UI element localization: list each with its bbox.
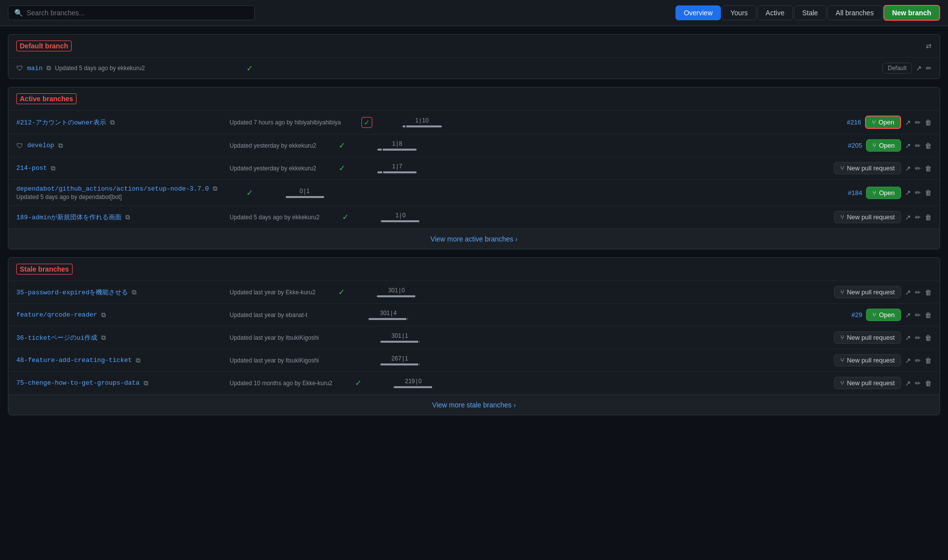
tab-active[interactable]: Active xyxy=(757,5,793,20)
branch-name-212[interactable]: #212-アカウントのowner表示 xyxy=(16,118,106,127)
branch-name-214post[interactable]: 214-post xyxy=(16,164,47,172)
delete-icon-212[interactable]: 🗑 xyxy=(925,119,932,126)
copy-icon-develop[interactable]: ⧉ xyxy=(58,142,63,150)
open-pr-button-develop[interactable]: ⑂ Open xyxy=(866,139,901,152)
branch-name-qrcode[interactable]: feature/qrcode-reader xyxy=(16,311,97,319)
graph-icon-dependabot[interactable]: ↗ xyxy=(905,189,911,197)
copy-icon-189admin[interactable]: ⧉ xyxy=(125,213,130,221)
branch-name-189admin[interactable]: 189-adminが新規団体を作れる画面 xyxy=(16,213,121,222)
branch-meta-dependabot: Updated 5 days ago by dependabot[bot] xyxy=(16,194,122,200)
graph-icon-qrcode[interactable]: ↗ xyxy=(905,311,911,319)
edit-icon-214post[interactable]: ✏ xyxy=(915,164,921,172)
new-branch-button[interactable]: New branch xyxy=(883,5,940,21)
new-pr-button-35pw[interactable]: ⑂ New pull request xyxy=(834,286,901,298)
branch-name-36ticket[interactable]: 36-ticketページのui作成 xyxy=(16,333,97,342)
delete-icon-189admin[interactable]: 🗑 xyxy=(925,213,932,221)
branch-info: 36-ticketページのui作成 ⧉ xyxy=(16,333,224,342)
edit-icon-212[interactable]: ✏ xyxy=(915,119,921,126)
search-input[interactable] xyxy=(27,9,248,17)
default-badge: Default xyxy=(882,63,912,74)
graph-icon-214post[interactable]: ↗ xyxy=(905,164,911,172)
check-icon-dependabot: ✓ xyxy=(246,188,253,198)
open-pr-button-dependabot[interactable]: ⑂ Open xyxy=(866,187,901,199)
tab-stale[interactable]: Stale xyxy=(794,5,827,20)
pr-number-212[interactable]: #216 xyxy=(847,119,861,126)
branch-name-main[interactable]: main xyxy=(27,65,42,72)
graph-icon-48feature[interactable]: ↗ xyxy=(905,357,911,364)
graph-icon-75chenge[interactable]: ↗ xyxy=(905,379,911,387)
copy-icon-main[interactable]: ⧉ xyxy=(46,64,51,72)
table-row: 214-post ⧉ Updated yesterday by ekkekuru… xyxy=(8,157,940,180)
delete-icon-214post[interactable]: 🗑 xyxy=(925,164,932,172)
delete-icon-develop[interactable]: 🗑 xyxy=(925,142,932,150)
pr-merge-icon: ⑂ xyxy=(872,119,876,126)
edit-icon-develop[interactable]: ✏ xyxy=(915,142,921,150)
new-pr-button-214post[interactable]: ⑂ New pull request xyxy=(834,162,901,174)
graph-icon-212[interactable]: ↗ xyxy=(905,119,911,126)
pr-number-develop[interactable]: #205 xyxy=(848,142,862,149)
branch-info: dependabot/github_actions/actions/setup-… xyxy=(16,185,224,200)
graph-icon-develop[interactable]: ↗ xyxy=(905,142,911,150)
edit-icon-main[interactable]: ✏ xyxy=(926,64,932,72)
copy-icon-48feature[interactable]: ⧉ xyxy=(136,357,140,364)
branch-name-35pw[interactable]: 35-password-expiredを機能させる xyxy=(16,288,128,297)
actions-col-36ticket: ⑂ New pull request ↗ ✏ 🗑 xyxy=(834,331,932,344)
delete-icon-75chenge[interactable]: 🗑 xyxy=(925,379,932,387)
edit-icon-qrcode[interactable]: ✏ xyxy=(915,311,921,319)
edit-icon-dependabot[interactable]: ✏ xyxy=(915,189,921,197)
graph-icon-main[interactable]: ↗ xyxy=(916,64,922,72)
actions-col-214post: ⑂ New pull request ↗ ✏ 🗑 xyxy=(834,162,932,174)
edit-icon-75chenge[interactable]: ✏ xyxy=(915,379,921,387)
view-more-stale[interactable]: View more stale branches › xyxy=(8,395,940,415)
new-pr-button-48feature[interactable]: ⑂ New pull request xyxy=(834,354,901,366)
pr-merge-icon: ⑂ xyxy=(840,288,844,296)
edit-icon-189admin[interactable]: ✏ xyxy=(915,213,921,221)
copy-icon-36ticket[interactable]: ⧉ xyxy=(101,334,106,342)
delete-icon-36ticket[interactable]: 🗑 xyxy=(925,334,932,342)
copy-icon-dependabot[interactable]: ⧉ xyxy=(213,185,217,193)
view-more-active[interactable]: View more active branches › xyxy=(8,229,940,249)
pr-merge-icon: ⑂ xyxy=(840,213,844,221)
pr-number-qrcode[interactable]: #29 xyxy=(851,311,862,319)
status-col-dependabot: ✓ xyxy=(230,188,269,198)
delete-icon-qrcode[interactable]: 🗑 xyxy=(925,311,932,319)
tab-overview[interactable]: Overview xyxy=(675,5,721,20)
branch-info: 75-chenge-how-to-get-groups-data ⧉ xyxy=(16,379,224,387)
tab-all-branches[interactable]: All branches xyxy=(828,5,882,20)
active-section-header: Active branches xyxy=(8,87,940,111)
copy-icon-212[interactable]: ⧉ xyxy=(110,119,115,126)
new-pr-button-75chenge[interactable]: ⑂ New pull request xyxy=(834,377,901,389)
tab-yours[interactable]: Yours xyxy=(722,5,756,20)
edit-icon-35pw[interactable]: ✏ xyxy=(915,288,921,296)
copy-icon-214post[interactable]: ⧉ xyxy=(51,164,55,172)
check-icon-develop: ✓ xyxy=(339,141,345,150)
tab-buttons: Overview Yours Active Stale All branches… xyxy=(675,5,940,21)
graph-icon-35pw[interactable]: ↗ xyxy=(905,288,911,296)
open-pr-button-212[interactable]: ⑂ Open xyxy=(865,116,901,129)
graph-icon-189admin[interactable]: ↗ xyxy=(905,213,911,221)
graph-icon-36ticket[interactable]: ↗ xyxy=(905,334,911,342)
open-pr-button-qrcode[interactable]: ⑂ Open xyxy=(866,309,901,321)
new-pr-label-36ticket: New pull request xyxy=(847,334,895,341)
branch-info: 35-password-expiredを機能させる ⧉ xyxy=(16,288,224,297)
diverge-col-35pw: 301|0 xyxy=(367,287,426,297)
edit-icon-48feature[interactable]: ✏ xyxy=(915,357,921,364)
copy-icon-35pw[interactable]: ⧉ xyxy=(132,288,136,296)
status-col-main: ✓ xyxy=(230,64,269,73)
branch-name-75chenge[interactable]: 75-chenge-how-to-get-groups-data xyxy=(16,379,140,387)
pr-number-dependabot[interactable]: #184 xyxy=(848,189,862,197)
copy-icon-qrcode[interactable]: ⧉ xyxy=(101,311,106,319)
delete-icon-48feature[interactable]: 🗑 xyxy=(925,357,932,364)
edit-icon-36ticket[interactable]: ✏ xyxy=(915,334,921,342)
delete-icon-35pw[interactable]: 🗑 xyxy=(925,288,932,296)
copy-icon-75chenge[interactable]: ⧉ xyxy=(144,379,148,387)
branch-meta-48feature: Updated last year by ItsukiKigoshi xyxy=(230,357,319,364)
new-pr-button-189admin[interactable]: ⑂ New pull request xyxy=(834,211,901,223)
status-col-189admin: ✓ xyxy=(325,212,365,222)
delete-icon-dependabot[interactable]: 🗑 xyxy=(925,189,932,197)
branch-name-48feature[interactable]: 48-feature-add-creating-ticket xyxy=(16,357,132,364)
branch-meta-develop: Updated yesterday by ekkekuru2 xyxy=(230,142,316,149)
branch-name-develop[interactable]: develop xyxy=(27,142,54,149)
new-pr-button-36ticket[interactable]: ⑂ New pull request xyxy=(834,331,901,344)
branch-name-dependabot[interactable]: dependabot/github_actions/actions/setup-… xyxy=(16,185,209,193)
